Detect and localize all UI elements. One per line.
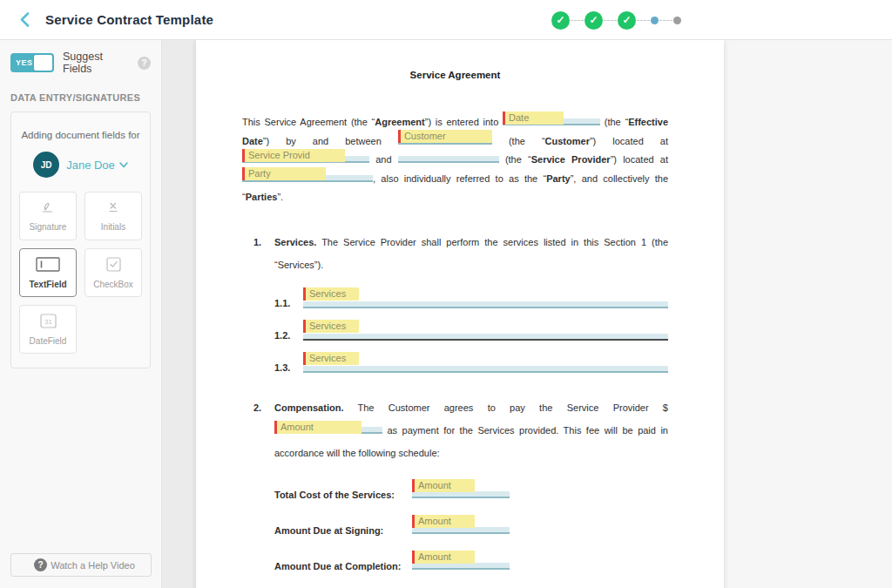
field-blank[interactable] [412, 527, 510, 534]
section-number: 2. [242, 396, 274, 464]
top-header: Service Contract Template ✓✓✓ [0, 0, 892, 40]
tool-signature-button[interactable]: Signature [19, 192, 77, 240]
assignee-name: Jane Doe [66, 159, 115, 172]
intro-paragraph: This Service Agreement (the “Agreement”)… [242, 113, 668, 207]
schedule-label: Total Cost of the Services: [274, 490, 412, 500]
avatar: JD [33, 152, 59, 178]
field-blank[interactable] [303, 366, 668, 373]
chevron-down-icon [119, 162, 128, 168]
section-number: 1. [242, 231, 274, 276]
schedule-row: Amount Due at Completion:Amount [274, 551, 668, 571]
step-current-dot [651, 17, 659, 24]
chevron-left-icon [20, 12, 30, 27]
section-text: Compensation. The Customer agrees to pay… [274, 396, 668, 464]
app-window: Service Contract Template ✓✓✓ YES Sugges… [0, 0, 892, 588]
suggest-fields-label: Suggest Fields [63, 51, 132, 75]
field-tag[interactable]: Amount [412, 479, 475, 492]
suggest-fields-toggle[interactable]: YES [10, 53, 54, 72]
text-field[interactable]: Date [503, 113, 600, 132]
textfield-icon [36, 257, 60, 275]
tool-label: Signature [30, 222, 67, 232]
schedule-row: Amount Due at Signing:Amount [274, 515, 668, 536]
field-tag[interactable]: Amount [412, 551, 475, 564]
field-tag[interactable]: Services [303, 287, 359, 301]
field-tag[interactable]: Services [303, 352, 359, 365]
bold-term: Party [546, 173, 571, 184]
tool-checkbox-button[interactable]: CheckBox [84, 248, 142, 297]
tool-label: CheckBox [93, 280, 133, 289]
numbered-section: 2.Compensation. The Customer agrees to p… [242, 396, 668, 464]
text-field[interactable]: Amount [412, 525, 510, 536]
text-field[interactable]: Services [303, 334, 668, 341]
field-tag[interactable]: Amount [274, 421, 362, 434]
document-page: Service Agreement This Service Agreement… [196, 40, 724, 588]
field-blank[interactable] [398, 156, 499, 163]
step-upcoming-dot [673, 17, 681, 24]
section-heading: DATA ENTRY/SIGNATURES [10, 92, 151, 103]
toggle-knob [34, 55, 52, 71]
bold-term: Service Provider [531, 154, 611, 165]
sub-item: 1.3.Services [274, 352, 668, 373]
field-tag[interactable]: Customer [398, 130, 492, 143]
tool-label: Initials [101, 222, 125, 232]
field-blank[interactable] [303, 334, 668, 341]
text-field[interactable]: Amount [412, 490, 510, 500]
tool-textfield-button[interactable]: TextField [19, 248, 77, 297]
field-tag[interactable]: Amount [412, 515, 475, 528]
text-field[interactable]: Party [242, 170, 373, 189]
help-video-button[interactable]: ? Watch a Help Video [10, 553, 152, 577]
tool-label: DateField [30, 336, 67, 346]
checkbox-icon [106, 257, 121, 275]
step-done-check-icon: ✓ [551, 11, 570, 30]
document-title: Service Agreement [242, 70, 668, 80]
text-field[interactable]: Services [303, 366, 668, 373]
sub-item: 1.2.Services [274, 320, 668, 341]
signature-icon [40, 200, 56, 218]
text-field[interactable] [398, 151, 499, 170]
field-tools-grid: SignatureInitialsTextFieldCheckBox31Date… [19, 192, 142, 354]
field-tag[interactable]: Service Provid [242, 149, 345, 162]
sub-item-number: 1.2. [274, 330, 303, 341]
back-button[interactable] [16, 11, 33, 29]
bold-term: Parties [246, 192, 278, 202]
text-field[interactable]: Amount [274, 419, 382, 442]
document-sections: 1.Services. The Service Provider shall p… [242, 231, 668, 588]
step-done-check-icon: ✓ [618, 11, 636, 30]
datefield-icon: 31 [40, 314, 57, 332]
document-body: Service Agreement This Service Agreement… [196, 40, 724, 588]
progress-steps: ✓✓✓ [551, 0, 681, 40]
field-tag[interactable]: Date [503, 112, 564, 125]
sidebar: YES Suggest Fields ? DATA ENTRY/SIGNATUR… [0, 40, 162, 588]
schedule-row: Total Cost of the Services:Amount [274, 479, 668, 500]
step-connector [659, 20, 672, 21]
field-tag[interactable]: Services [303, 320, 359, 333]
text-field[interactable]: Customer [398, 132, 492, 152]
tool-label: TextField [29, 280, 66, 289]
question-icon: ? [34, 558, 47, 571]
document-canvas: Service Agreement This Service Agreement… [162, 40, 892, 588]
text-field[interactable]: Amount [412, 561, 510, 571]
sub-item-number: 1.1. [274, 298, 303, 308]
field-blank[interactable] [412, 563, 510, 570]
assignee-caption: Adding document fields for [11, 130, 150, 140]
assignee-card: Adding document fields for JD Jane Doe S… [10, 112, 151, 368]
bold-term: Agreement [375, 117, 424, 127]
schedule-label: Amount Due at Signing: [274, 525, 412, 536]
sub-item: 1.1.Services [274, 287, 668, 308]
initials-icon [106, 200, 120, 218]
schedule-label: Amount Due at Completion: [274, 561, 412, 571]
step-done-check-icon: ✓ [585, 11, 603, 30]
toggle-on-label: YES [16, 58, 33, 67]
suggest-fields-help-icon[interactable]: ? [138, 57, 151, 70]
assignee-dropdown[interactable]: JD Jane Doe [11, 152, 150, 178]
text-field[interactable]: Services [303, 301, 668, 308]
field-tag[interactable]: Party [242, 167, 326, 180]
tool-datefield-button[interactable]: 31DateField [19, 305, 77, 354]
step-connector [637, 20, 650, 21]
tool-initials-button[interactable]: Initials [84, 192, 142, 240]
field-blank[interactable] [412, 491, 510, 498]
field-blank[interactable] [303, 301, 668, 308]
page-title: Service Contract Template [45, 12, 213, 27]
numbered-section: 1.Services. The Service Provider shall p… [242, 231, 668, 276]
section-heading: Compensation. [274, 402, 343, 413]
